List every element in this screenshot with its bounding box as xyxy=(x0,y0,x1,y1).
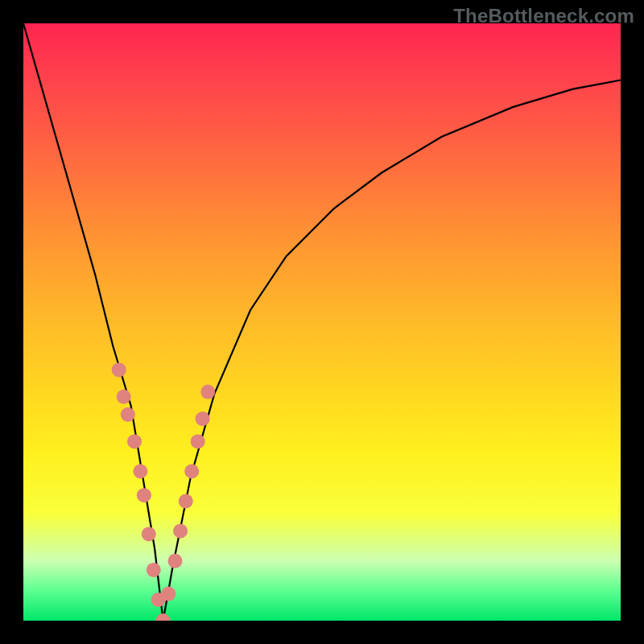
chart-stage: TheBottleneck.com xyxy=(0,0,644,644)
gradient-background xyxy=(23,23,621,621)
